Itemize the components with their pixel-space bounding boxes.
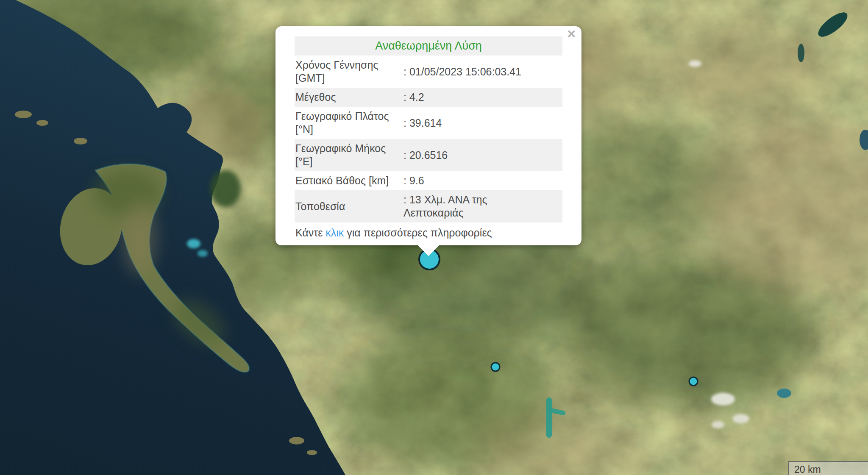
location-value: : 13 Χλμ. ΑΝΑ της Λεπτοκαριάς	[403, 193, 547, 219]
depth-value: : 9.6	[403, 174, 424, 187]
earthquake-popup: × Αναθεωρημένη Λύση Χρόνος Γέννησης [GMT…	[275, 26, 581, 245]
latitude-value: : 39.614	[403, 117, 442, 130]
close-icon[interactable]: ×	[567, 26, 576, 41]
row-latitude: Γεωγραφικό Πλάτος [°N] : 39.614	[295, 107, 562, 139]
origin-time-value: : 01/05/2023 15:06:03.41	[403, 65, 521, 78]
more-info-link[interactable]: κλικ	[326, 227, 344, 239]
popup-title: Αναθεωρημένη Λύση	[295, 36, 562, 56]
map-scale-bar: 20 km	[788, 461, 868, 475]
row-magnitude: Μέγεθος : 4.2	[295, 88, 562, 107]
row-longitude: Γεωγραφικό Μήκος [°E] : 20.6516	[295, 139, 562, 171]
scale-label: 20 km	[794, 464, 821, 475]
popup-footer: Κάντε κλικ για περισσότερες πληροφορίες	[295, 226, 562, 239]
quake-marker-epicenter-small-1[interactable]	[491, 363, 500, 371]
magnitude-label: Μέγεθος	[295, 91, 336, 104]
origin-time-label: Χρόνος Γέννησης [GMT]	[295, 58, 403, 85]
magnitude-value: : 4.2	[403, 91, 424, 104]
footer-suffix: για περισσότερες πληροφορίες	[344, 227, 492, 239]
row-location: Τοποθεσία : 13 Χλμ. ΑΝΑ της Λεπτοκαριάς	[295, 190, 562, 222]
map-app: × Αναθεωρημένη Λύση Χρόνος Γέννησης [GMT…	[0, 0, 868, 475]
longitude-label: Γεωγραφικό Μήκος [°E]	[295, 142, 403, 168]
row-depth: Εστιακό Βάθος [km] : 9.6	[295, 171, 562, 190]
depth-label: Εστιακό Βάθος [km]	[295, 174, 389, 187]
row-origin-time: Χρόνος Γέννησης [GMT] : 01/05/2023 15:06…	[295, 56, 562, 88]
quake-marker-epicenter-small-2[interactable]	[689, 377, 698, 386]
longitude-value: : 20.6516	[403, 149, 448, 162]
footer-prefix: Κάντε	[295, 227, 326, 239]
latitude-label: Γεωγραφικό Πλάτος [°N]	[295, 110, 403, 136]
location-label: Τοποθεσία	[295, 200, 345, 213]
